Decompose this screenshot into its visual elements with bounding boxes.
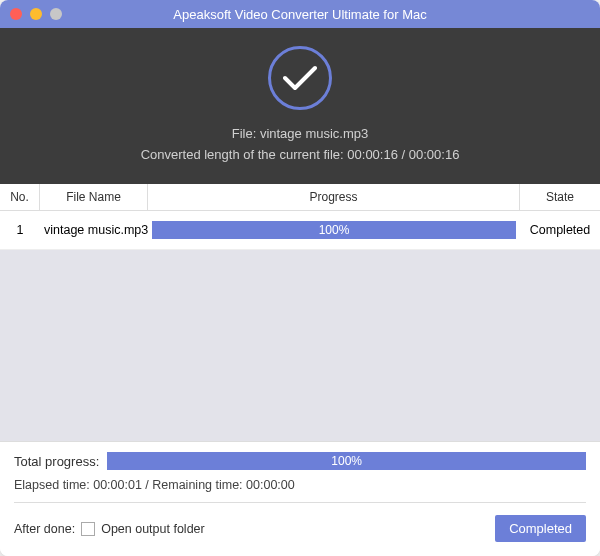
row-progress-bar: 100%	[152, 221, 516, 239]
completed-button[interactable]: Completed	[495, 515, 586, 542]
cell-progress: 100%	[148, 211, 520, 249]
col-header-file-name: File Name	[40, 184, 148, 210]
table-body: 1 vintage music.mp3 100% Completed	[0, 211, 600, 441]
total-progress-row: Total progress: 100%	[14, 452, 586, 470]
app-window: Apeaksoft Video Converter Ultimate for M…	[0, 0, 600, 556]
col-header-progress: Progress	[148, 184, 520, 210]
after-done-label: After done:	[14, 522, 75, 536]
elapsed-remaining-label: Elapsed time: 00:00:01 / Remaining time:…	[14, 478, 586, 503]
after-done-left: After done: Open output folder	[14, 522, 205, 536]
traffic-lights	[10, 8, 62, 20]
table-header: No. File Name Progress State	[0, 184, 600, 211]
window-title: Apeaksoft Video Converter Ultimate for M…	[0, 7, 600, 22]
total-progress-bar: 100%	[107, 452, 586, 470]
maximize-icon[interactable]	[50, 8, 62, 20]
cell-state: Completed	[520, 213, 600, 247]
col-header-no: No.	[0, 184, 40, 210]
after-done-row: After done: Open output folder Completed	[14, 515, 586, 542]
col-header-state: State	[520, 184, 600, 210]
converted-length-label: Converted length of the current file: 00…	[141, 147, 460, 162]
cell-file-name: vintage music.mp3	[40, 213, 148, 247]
bottom-panel: Total progress: 100% Elapsed time: 00:00…	[0, 441, 600, 556]
current-file-label: File: vintage music.mp3	[232, 126, 369, 141]
minimize-icon[interactable]	[30, 8, 42, 20]
open-output-folder-checkbox[interactable]	[81, 522, 95, 536]
table-row: 1 vintage music.mp3 100% Completed	[0, 211, 600, 250]
status-panel: File: vintage music.mp3 Converted length…	[0, 28, 600, 184]
cell-no: 1	[0, 213, 40, 247]
checkmark-icon	[268, 46, 332, 110]
close-icon[interactable]	[10, 8, 22, 20]
titlebar: Apeaksoft Video Converter Ultimate for M…	[0, 0, 600, 28]
open-output-folder-label: Open output folder	[101, 522, 205, 536]
total-progress-label: Total progress:	[14, 454, 99, 469]
